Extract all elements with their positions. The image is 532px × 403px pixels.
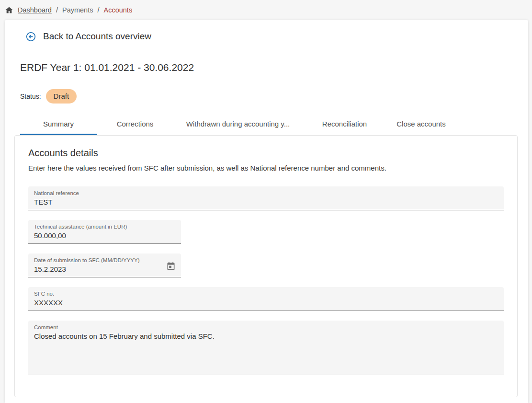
sfc-no-value: XXXXXX	[34, 299, 498, 307]
tab-close-accounts[interactable]: Close accounts	[386, 114, 456, 135]
card-description: Enter here the values received from SFC …	[28, 164, 504, 172]
sfc-no-label: SFC no.	[34, 291, 498, 297]
status-row: Status: Draft	[20, 89, 528, 104]
home-icon[interactable]	[5, 6, 13, 14]
sfc-no-field[interactable]: SFC no. XXXXXX	[28, 287, 504, 311]
page-title: ERDF Year 1: 01.01.2021 - 30.06.2022	[20, 62, 528, 73]
tab-corrections[interactable]: Corrections	[97, 114, 173, 135]
comment-field[interactable]: Comment Closed accounts on 15 February a…	[28, 321, 504, 375]
national-reference-value: TEST	[34, 198, 498, 206]
date-of-submission-label: Date of submission to SFC (MM/DD/YYYY)	[34, 257, 175, 263]
national-reference-label: National reference	[34, 190, 498, 196]
calendar-icon[interactable]	[166, 261, 176, 271]
date-of-submission-field[interactable]: Date of submission to SFC (MM/DD/YYYY) 1…	[28, 253, 181, 277]
technical-assistance-label: Technical assistance (amount in EUR)	[34, 224, 175, 230]
tab-withdrawn[interactable]: Withdrawn during accounting y...	[173, 114, 303, 135]
main-panel: Back to Accounts overview ERDF Year 1: 0…	[5, 20, 528, 403]
comment-value: Closed accounts on 15 February and submi…	[34, 332, 498, 340]
back-link-label: Back to Accounts overview	[43, 31, 151, 42]
breadcrumb-item-accounts[interactable]: Accounts	[103, 6, 132, 14]
back-circle-arrow-icon	[26, 32, 36, 42]
tab-summary[interactable]: Summary	[20, 114, 97, 135]
accounts-details-card: Accounts details Enter here the values r…	[14, 135, 518, 397]
breadcrumb: Dashboard / Payments / Accounts	[0, 0, 532, 20]
back-to-accounts-link[interactable]: Back to Accounts overview	[5, 20, 151, 42]
comment-label: Comment	[34, 324, 498, 330]
date-of-submission-value: 15.2.2023	[34, 265, 175, 273]
national-reference-field[interactable]: National reference TEST	[28, 186, 504, 210]
tab-reconciliation[interactable]: Reconciliation	[303, 114, 386, 135]
technical-assistance-value: 50.000,00	[34, 231, 175, 240]
status-label: Status:	[20, 92, 41, 100]
tab-bar: Summary Corrections Withdrawn during acc…	[20, 114, 528, 135]
breadcrumb-separator: /	[56, 6, 58, 14]
technical-assistance-field[interactable]: Technical assistance (amount in EUR) 50.…	[28, 220, 181, 244]
breadcrumb-item-dashboard[interactable]: Dashboard	[18, 6, 52, 14]
breadcrumb-separator: /	[97, 6, 99, 14]
status-badge: Draft	[46, 89, 77, 104]
breadcrumb-item-payments[interactable]: Payments	[62, 6, 93, 14]
card-title: Accounts details	[28, 148, 504, 159]
